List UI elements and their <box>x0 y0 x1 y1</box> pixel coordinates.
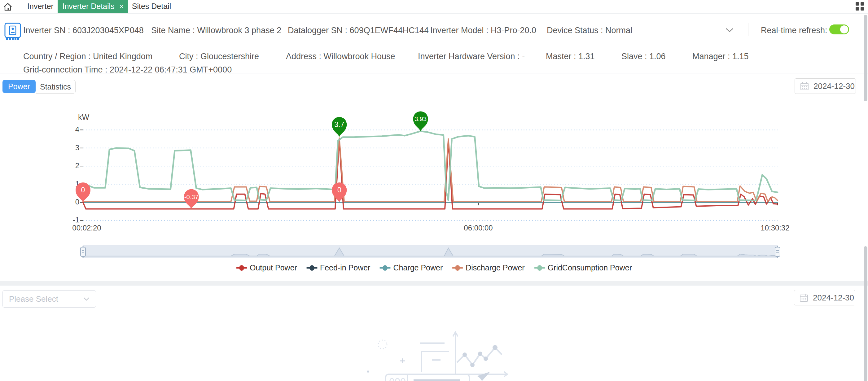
metric-select[interactable]: Please Select <box>2 290 96 308</box>
power-line-chart[interactable]: 0-0.373.703.93 <box>0 108 868 263</box>
legend-marker-icon <box>452 265 463 271</box>
city-field: City : Gloucestershire <box>179 52 259 61</box>
tab-statistics[interactable]: Statistics <box>36 80 75 94</box>
legend-item-discharge-power[interactable]: Discharge Power <box>452 263 524 272</box>
apps-grid-icon[interactable] <box>856 2 864 10</box>
bottom-date-picker[interactable]: 2024-12-30 <box>794 290 855 306</box>
divider <box>850 0 850 13</box>
device-info-card: Inverter SN : 603J203045XP048 Site Name … <box>0 14 868 73</box>
tab-power[interactable]: Power <box>2 80 36 93</box>
markpoint-pin: -0.37 <box>184 189 199 209</box>
tab-label: Inverter Details <box>63 2 115 11</box>
inverter-icon <box>4 23 21 41</box>
realtime-refresh-toggle[interactable] <box>829 25 849 34</box>
series-GridConsumption Power <box>83 131 778 201</box>
realtime-refresh-label: Real-time refresh: <box>761 26 828 35</box>
collapse-chevron-icon[interactable] <box>725 28 734 33</box>
svg-text:0: 0 <box>81 186 85 194</box>
legend-marker-icon <box>236 265 247 271</box>
legend-label: Discharge Power <box>466 263 524 272</box>
chart-legend: Output PowerFeed-in PowerCharge PowerDis… <box>0 263 868 272</box>
svg-text:0: 0 <box>337 186 341 194</box>
legend-label: GridConsumption Power <box>548 263 632 272</box>
markpoint-pin: 0 <box>75 183 90 202</box>
svg-text:-0.37: -0.37 <box>184 194 198 200</box>
country-field: Country / Region : United Kingdom <box>23 52 152 61</box>
legend-label: Feed-in Power <box>320 263 371 272</box>
tab-inverter-details[interactable]: Inverter Details × <box>58 0 128 13</box>
address-field: Address : Willowbrook House <box>286 52 395 61</box>
svg-text:3.93: 3.93 <box>414 116 427 122</box>
chart-date-picker[interactable]: 2024-12-30 <box>795 78 856 94</box>
chart-date-value: 2024-12-30 <box>813 82 855 91</box>
legend-item-feed-in-power[interactable]: Feed-in Power <box>306 263 371 272</box>
master-version-field: Master : 1.31 <box>546 52 595 61</box>
hardware-version-field: Inverter Hardware Version : - <box>418 52 525 61</box>
empty-chart-illustration <box>356 325 517 381</box>
legend-item-gridconsumption-power[interactable]: GridConsumption Power <box>534 263 632 272</box>
legend-marker-icon <box>306 265 317 271</box>
divider <box>748 23 748 36</box>
legend-marker-icon <box>379 265 391 271</box>
section-gap <box>0 281 868 286</box>
select-placeholder: Please Select <box>9 294 58 304</box>
markpoint-pin: 3.93 <box>413 111 428 131</box>
calendar-icon <box>800 82 809 91</box>
svg-text:3.7: 3.7 <box>334 121 344 129</box>
legend-item-output-power[interactable]: Output Power <box>236 263 297 272</box>
bottom-date-value: 2024-12-30 <box>813 293 854 303</box>
chevron-down-icon <box>83 297 90 301</box>
datazoom-handle[interactable] <box>775 246 780 258</box>
legend-item-charge-power[interactable]: Charge Power <box>379 263 443 272</box>
slave-version-field: Slave : 1.06 <box>621 52 666 61</box>
site-name-field: Site Name : Willowbrook 3 phase 2 <box>151 26 281 35</box>
tab-sites-detail[interactable]: Sites Detail <box>128 0 175 13</box>
legend-label: Charge Power <box>393 263 443 272</box>
manager-version-field: Manager : 1.15 <box>692 52 749 61</box>
markpoint-pin: 3.7 <box>332 117 347 137</box>
tab-inverter[interactable]: Inverter <box>23 0 58 13</box>
legend-label: Output Power <box>250 263 297 272</box>
page-scrollbar-thumb[interactable] <box>864 246 867 381</box>
panel-scrollbar-thumb[interactable] <box>864 15 867 101</box>
inverter-model-field: Inverter Model : H3-Pro-20.0 <box>430 26 536 35</box>
home-icon[interactable] <box>3 2 12 11</box>
datazoom-handle[interactable] <box>81 246 86 258</box>
close-icon[interactable]: × <box>120 2 124 10</box>
window-tab-bar: Inverter Inverter Details × Sites Detail <box>0 0 868 13</box>
datalogger-sn-field: Datalogger SN : 609Q1EWF44HC144 <box>288 26 429 35</box>
device-status-field: Device Status : Normal <box>547 26 632 35</box>
legend-marker-icon <box>534 265 545 271</box>
calendar-icon <box>799 293 808 302</box>
inverter-sn-field: Inverter SN : 603J203045XP048 <box>23 26 144 35</box>
